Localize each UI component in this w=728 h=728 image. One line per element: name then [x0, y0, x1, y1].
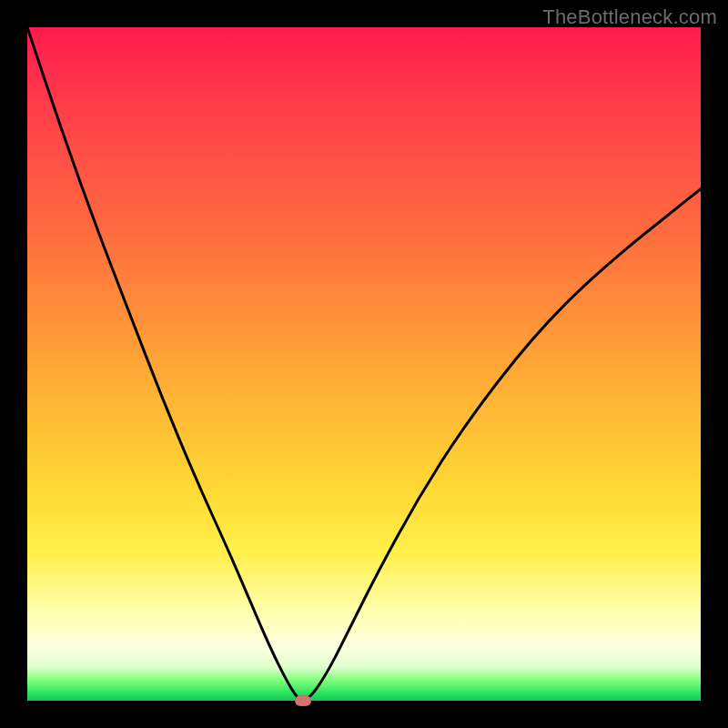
minimum-marker	[295, 695, 311, 706]
plot-area	[27, 27, 701, 701]
bottleneck-curve	[27, 27, 701, 701]
chart-frame: TheBottleneck.com	[0, 0, 728, 728]
watermark-text: TheBottleneck.com	[542, 5, 717, 29]
